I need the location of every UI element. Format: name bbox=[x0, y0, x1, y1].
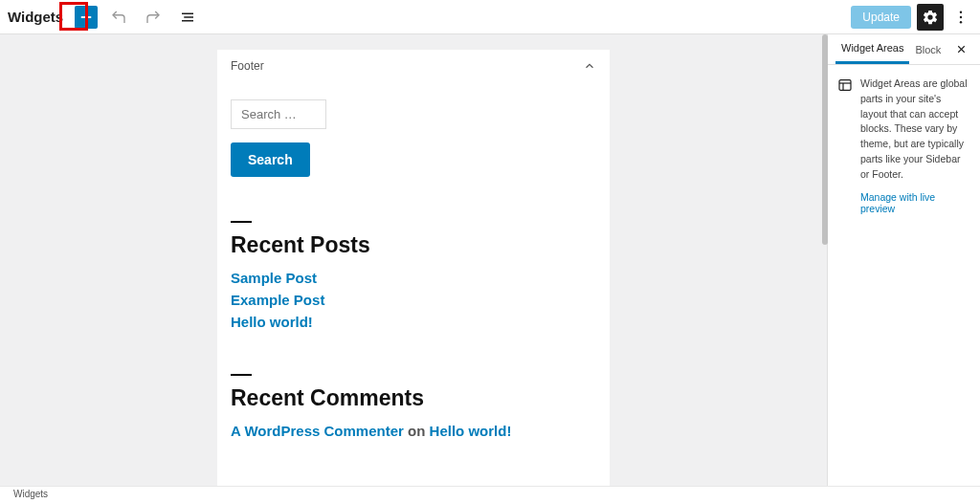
add-block-button[interactable] bbox=[75, 6, 98, 29]
undo-button[interactable] bbox=[105, 4, 132, 31]
panel-body: Search Recent Posts Sample Post Example … bbox=[217, 82, 610, 456]
comment-author-link[interactable]: A WordPress Commenter bbox=[231, 423, 404, 439]
update-button[interactable]: Update bbox=[851, 6, 911, 29]
sidebar-text-wrap: Widget Areas are global parts in your si… bbox=[860, 77, 970, 214]
footer-widget-panel: Footer Search Recent Posts Sample Post E… bbox=[217, 50, 610, 486]
search-input[interactable] bbox=[231, 99, 326, 129]
panel-header[interactable]: Footer bbox=[217, 50, 610, 82]
settings-sidebar: Widget Areas Block Widget Areas are glob… bbox=[827, 34, 980, 486]
recent-posts-heading: Recent Posts bbox=[231, 232, 596, 258]
tab-widget-areas[interactable]: Widget Areas bbox=[835, 34, 909, 64]
breadcrumb-bar: Widgets bbox=[0, 486, 980, 503]
recent-comments-heading: Recent Comments bbox=[231, 385, 596, 411]
top-toolbar: Widgets Update bbox=[0, 0, 980, 34]
main-area: Footer Search Recent Posts Sample Post E… bbox=[0, 34, 980, 486]
more-options-button[interactable] bbox=[949, 4, 972, 31]
comment-post-link[interactable]: Hello world! bbox=[430, 423, 512, 439]
post-link[interactable]: Example Post bbox=[231, 292, 596, 308]
close-sidebar-button[interactable] bbox=[955, 41, 972, 58]
panel-title: Footer bbox=[231, 59, 264, 73]
toolbar-right: Update bbox=[851, 4, 972, 31]
post-link[interactable]: Hello world! bbox=[231, 314, 596, 330]
svg-point-6 bbox=[960, 15, 962, 17]
page-title: Widgets bbox=[8, 9, 63, 25]
manage-live-preview-link[interactable]: Manage with live preview bbox=[860, 191, 970, 214]
divider bbox=[231, 221, 252, 223]
search-button[interactable]: Search bbox=[231, 142, 310, 177]
editor-canvas: Footer Search Recent Posts Sample Post E… bbox=[0, 34, 827, 486]
toolbar-left: Widgets bbox=[8, 4, 201, 31]
redo-button[interactable] bbox=[140, 4, 167, 31]
svg-point-5 bbox=[960, 11, 962, 12]
chevron-up-icon bbox=[583, 59, 596, 73]
svg-point-7 bbox=[960, 21, 962, 23]
divider bbox=[231, 374, 252, 376]
layout-icon bbox=[837, 77, 853, 93]
svg-rect-10 bbox=[839, 80, 851, 91]
post-link[interactable]: Sample Post bbox=[231, 270, 596, 286]
sidebar-tabs: Widget Areas Block bbox=[828, 34, 980, 65]
sidebar-content: Widget Areas are global parts in your si… bbox=[828, 65, 980, 226]
breadcrumb: Widgets bbox=[13, 489, 48, 499]
comment-entry: A WordPress Commenter on Hello world! bbox=[231, 423, 596, 439]
scrollbar[interactable] bbox=[822, 34, 828, 245]
tab-block[interactable]: Block bbox=[909, 34, 947, 64]
sidebar-description: Widget Areas are global parts in your si… bbox=[860, 77, 970, 182]
settings-button[interactable] bbox=[917, 4, 944, 31]
comment-on-text: on bbox=[408, 423, 425, 439]
list-view-button[interactable] bbox=[174, 4, 201, 31]
